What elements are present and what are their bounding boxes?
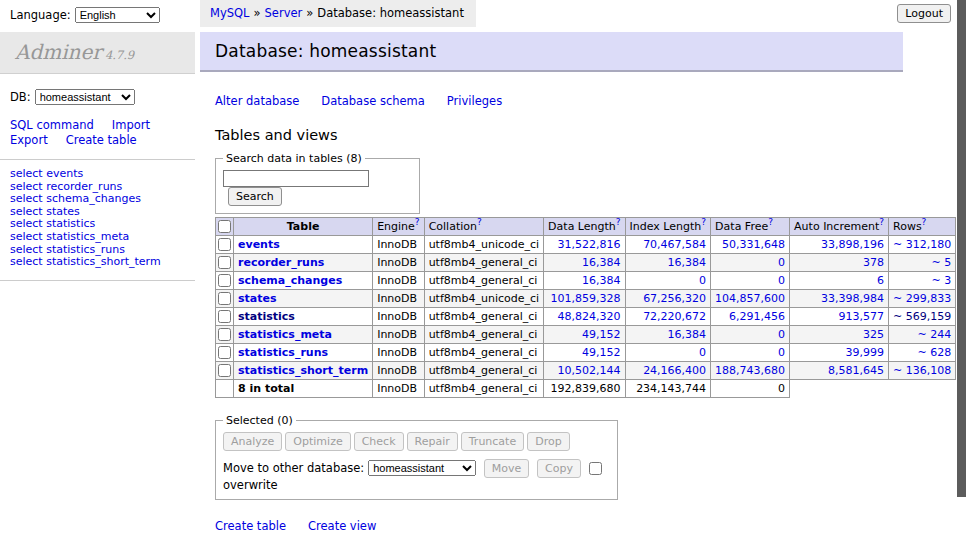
sidebar-select-link[interactable]: select	[10, 192, 43, 205]
cell-index-length-link[interactable]: 70,467,584	[643, 238, 706, 251]
move-button[interactable]: Move	[484, 459, 530, 478]
sidebar-table-name-link[interactable]: states	[46, 205, 80, 218]
cell-data-length-link[interactable]: 16,384	[582, 256, 621, 269]
sidebar-select-link[interactable]: select	[10, 243, 43, 256]
help-link[interactable]: ?	[477, 218, 482, 228]
cell-auto-increment-link[interactable]: 378	[863, 256, 884, 269]
cell-auto-increment-link[interactable]: 39,999	[846, 346, 885, 359]
cell-data-free-link[interactable]: 0	[778, 274, 785, 287]
sidebar-select-link[interactable]: select	[10, 255, 43, 268]
help-icon[interactable]: ?	[768, 218, 773, 228]
cell-index-length-link[interactable]: 24,166,400	[643, 364, 706, 377]
select-all-checkbox[interactable]	[218, 220, 231, 233]
help-link[interactable]: ?	[879, 218, 884, 228]
cell-auto-increment-link[interactable]: 33,398,984	[821, 292, 884, 305]
cell-auto-increment-link[interactable]: 33,898,196	[821, 238, 884, 251]
help-icon[interactable]: ?	[415, 218, 420, 228]
create-link-create-view[interactable]: Create view	[308, 519, 376, 533]
row-checkbox[interactable]	[218, 274, 231, 287]
truncate-button[interactable]: Truncate	[461, 432, 524, 451]
sidebar-link-sql-command[interactable]: SQL command	[10, 118, 94, 132]
sidebar-table-name-link[interactable]: schema_changes	[46, 192, 141, 205]
vertical-scrollbar[interactable]	[956, 0, 966, 543]
cell-index-length-link[interactable]: 72,220,672	[643, 310, 706, 323]
action-link-alter-database[interactable]: Alter database	[215, 94, 299, 108]
cell-index-length-link[interactable]: 0	[699, 274, 706, 287]
cell-index-length-link[interactable]: 0	[699, 346, 706, 359]
cell-rows-link[interactable]: ~ 5	[931, 256, 951, 269]
sidebar-link-export[interactable]: Export	[10, 133, 48, 147]
sidebar-link-import[interactable]: Import	[112, 118, 150, 132]
cell-rows-link[interactable]: ~ 299,833	[893, 292, 951, 305]
table-name-link[interactable]: statistics_meta	[238, 328, 332, 341]
row-checkbox[interactable]	[218, 346, 231, 359]
row-checkbox[interactable]	[218, 292, 231, 305]
row-checkbox[interactable]	[218, 238, 231, 251]
cell-data-free-link[interactable]: 0	[778, 346, 785, 359]
sidebar-table-name-link[interactable]: statistics_short_term	[46, 255, 160, 268]
row-checkbox[interactable]	[218, 310, 231, 323]
cell-data-free-link[interactable]: 0	[778, 256, 785, 269]
table-name-link[interactable]: schema_changes	[238, 274, 342, 287]
logout-button[interactable]: Logout	[897, 4, 951, 23]
cell-data-length-link[interactable]: 49,152	[582, 328, 621, 341]
search-button[interactable]: Search	[228, 187, 282, 206]
sidebar-table-name-link[interactable]: recorder_runs	[46, 180, 122, 193]
cell-data-length-link[interactable]: 49,152	[582, 346, 621, 359]
breadcrumb-link[interactable]: Server	[265, 6, 303, 20]
sidebar-select-link[interactable]: select	[10, 167, 43, 180]
cell-data-length-link[interactable]: 101,859,328	[551, 292, 621, 305]
check-button[interactable]: Check	[354, 432, 404, 451]
cell-index-length-link[interactable]: 16,384	[668, 256, 707, 269]
overwrite-checkbox[interactable]	[589, 462, 602, 475]
optimize-button[interactable]: Optimize	[285, 432, 350, 451]
cell-data-length-link[interactable]: 16,384	[582, 274, 621, 287]
db-select[interactable]: homeassistant	[35, 89, 135, 105]
search-input[interactable]	[223, 170, 369, 187]
cell-auto-increment-link[interactable]: 325	[863, 328, 884, 341]
drop-button[interactable]: Drop	[527, 432, 569, 451]
cell-data-free-link[interactable]: 0	[778, 328, 785, 341]
help-icon[interactable]: ?	[922, 218, 927, 228]
help-icon[interactable]: ?	[701, 218, 706, 228]
sidebar-link-create-table[interactable]: Create table	[66, 133, 137, 147]
row-checkbox[interactable]	[218, 328, 231, 341]
help-link[interactable]: ?	[616, 218, 621, 228]
cell-rows-link[interactable]: ~ 136,108	[893, 364, 951, 377]
cell-data-free-link[interactable]: 104,857,600	[715, 292, 785, 305]
sidebar-table-name-link[interactable]: events	[46, 167, 83, 180]
action-link-database-schema[interactable]: Database schema	[321, 94, 424, 108]
sidebar-select-link[interactable]: select	[10, 230, 43, 243]
copy-button[interactable]: Copy	[537, 459, 581, 478]
table-name-link[interactable]: states	[238, 292, 277, 305]
help-icon[interactable]: ?	[616, 218, 621, 228]
help-link[interactable]: ?	[768, 218, 773, 228]
action-link-privileges[interactable]: Privileges	[447, 94, 502, 108]
cell-data-free-link[interactable]: 188,743,680	[715, 364, 785, 377]
help-link[interactable]: ?	[922, 218, 927, 228]
sidebar-table-name-link[interactable]: statistics	[46, 217, 95, 230]
help-link[interactable]: ?	[701, 218, 706, 228]
help-link[interactable]: ?	[415, 218, 420, 228]
cell-data-free-link[interactable]: 6,291,456	[729, 310, 785, 323]
cell-data-length-link[interactable]: 31,522,816	[558, 238, 621, 251]
row-checkbox[interactable]	[218, 256, 231, 269]
cell-rows-link[interactable]: ~ 628	[917, 346, 951, 359]
cell-index-length-link[interactable]: 67,256,320	[643, 292, 706, 305]
cell-index-length-link[interactable]: 16,384	[668, 328, 707, 341]
create-link-create-table[interactable]: Create table	[215, 519, 286, 533]
help-icon[interactable]: ?	[477, 218, 482, 228]
table-name-link[interactable]: statistics_short_term	[238, 364, 368, 377]
cell-rows-link[interactable]: ~ 244	[917, 328, 951, 341]
move-db-select[interactable]: homeassistant	[368, 460, 476, 476]
overwrite-label[interactable]: overwrite	[223, 478, 278, 492]
cell-rows-link[interactable]: ~ 3	[931, 274, 951, 287]
help-icon[interactable]: ?	[879, 218, 884, 228]
table-name-link[interactable]: statistics	[238, 310, 295, 323]
breadcrumb-link[interactable]: MySQL	[210, 6, 250, 20]
sidebar-table-name-link[interactable]: statistics_meta	[46, 230, 129, 243]
cell-data-length-link[interactable]: 10,502,144	[558, 364, 621, 377]
sidebar-select-link[interactable]: select	[10, 180, 43, 193]
sidebar-select-link[interactable]: select	[10, 205, 43, 218]
repair-button[interactable]: Repair	[407, 432, 458, 451]
